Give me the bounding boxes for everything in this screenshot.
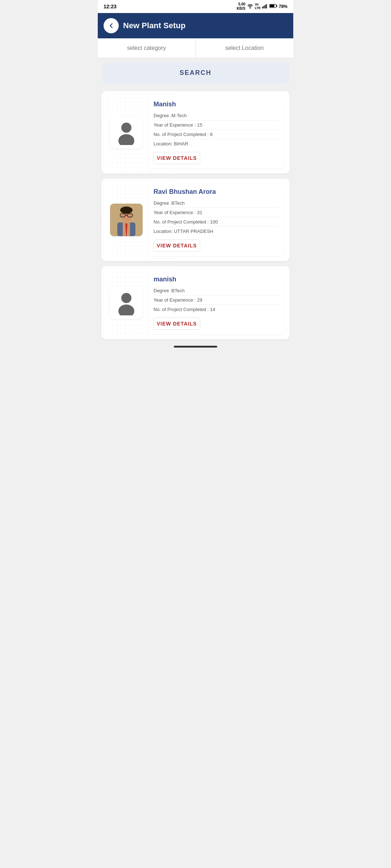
location-filter[interactable]: select Location <box>196 38 294 58</box>
svg-rect-5 <box>270 5 274 7</box>
person-experience: Year of Experience : 31 <box>154 208 279 217</box>
person-degree: Degree :BTech <box>154 286 279 295</box>
search-container: SEARCH <box>98 58 293 88</box>
svg-point-19 <box>118 305 134 315</box>
wifi-icon <box>247 4 253 10</box>
svg-rect-1 <box>264 6 264 8</box>
person-projects: No. of Project Completed : 8 <box>154 130 279 139</box>
svg-point-18 <box>121 293 131 303</box>
person-degree: Degree :M.Tech <box>154 111 279 120</box>
page-title: New Plant Setup <box>123 21 185 30</box>
avatar <box>110 116 143 149</box>
person-card: ManishDegree :M.TechYear of Experience :… <box>101 91 290 174</box>
view-details-button[interactable]: VIEW DETAILS <box>154 152 200 164</box>
person-projects: No. of Project Completed : 14 <box>154 305 279 314</box>
status-right: 5.00KB/S VoLTE 78% <box>237 2 287 11</box>
person-location: Location: UTTAR PRADESH <box>154 227 279 236</box>
person-name: manish <box>154 276 279 283</box>
filter-row: select category select Location <box>98 38 293 58</box>
avatar-placeholder <box>112 288 141 317</box>
info-section: ManishDegree :M.TechYear of Experience :… <box>148 96 285 169</box>
search-button[interactable]: SEARCH <box>102 63 289 83</box>
signal-icon <box>262 4 268 10</box>
status-bar: 12:23 5.00KB/S VoLTE 78% <box>98 0 293 13</box>
persons-list: ManishDegree :M.TechYear of Experience :… <box>98 88 293 343</box>
person-degree: Degree :BTech <box>154 199 279 208</box>
bottom-bar <box>98 343 293 350</box>
person-experience: Year of Experience : 15 <box>154 120 279 130</box>
svg-point-7 <box>121 123 131 133</box>
info-section: Ravi Bhushan AroraDegree :BTechYear of E… <box>148 184 285 256</box>
battery-percent: 78% <box>279 4 287 9</box>
battery-icon <box>269 4 277 9</box>
person-experience: Year of Experience : 29 <box>154 295 279 305</box>
category-filter[interactable]: select category <box>98 38 196 58</box>
volte-label: VoLTE <box>255 3 261 10</box>
svg-rect-0 <box>262 7 263 8</box>
avatar-section <box>106 271 146 334</box>
person-name: Manish <box>154 101 279 108</box>
view-details-button[interactable]: VIEW DETAILS <box>154 239 200 252</box>
svg-rect-2 <box>265 5 265 8</box>
person-projects: No. of Project Completed : 100 <box>154 217 279 227</box>
avatar-placeholder <box>112 118 141 147</box>
avatar-section <box>106 96 146 169</box>
data-speed: 5.00KB/S <box>237 2 245 11</box>
view-details-button[interactable]: VIEW DETAILS <box>154 318 200 330</box>
home-indicator <box>174 346 217 348</box>
avatar <box>110 286 143 319</box>
avatar <box>110 204 143 236</box>
avatar-section <box>106 184 146 256</box>
app-header: New Plant Setup <box>98 13 293 38</box>
person-card: Ravi Bhushan AroraDegree :BTechYear of E… <box>101 179 290 261</box>
svg-point-14 <box>120 207 133 214</box>
person-location: Location: BIHAR <box>154 139 279 148</box>
status-time: 12:23 <box>104 4 117 9</box>
person-card: manishDegree :BTechYear of Experience : … <box>101 266 290 339</box>
person-name: Ravi Bhushan Arora <box>154 188 279 196</box>
svg-rect-6 <box>276 5 277 7</box>
svg-point-8 <box>118 134 134 145</box>
info-section: manishDegree :BTechYear of Experience : … <box>148 271 285 334</box>
back-button[interactable] <box>104 18 119 33</box>
svg-rect-3 <box>266 4 267 8</box>
